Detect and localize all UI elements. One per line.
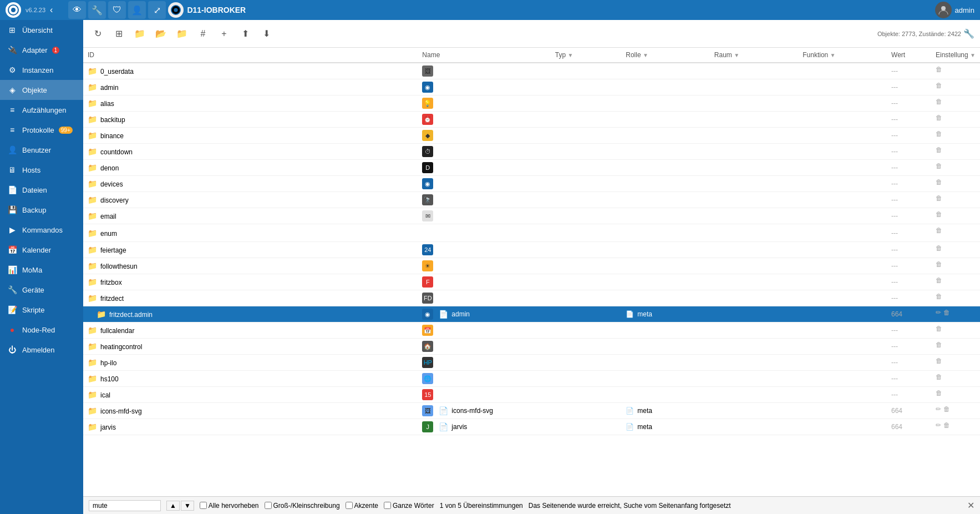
table-row[interactable]: 📁admin◉---🗑 bbox=[83, 79, 980, 95]
col-header-setting[interactable]: Einstellung ▼ bbox=[931, 48, 980, 63]
search-input[interactable] bbox=[89, 500, 161, 511]
delete-icon[interactable]: 🗑 bbox=[936, 244, 942, 252]
table-row[interactable]: 📁discovery🔭---🗑 bbox=[83, 192, 980, 208]
hash-button[interactable]: # bbox=[194, 25, 212, 43]
table-row[interactable]: 📁email✉---🗑 bbox=[83, 208, 980, 224]
table-row[interactable]: 📁backitup⏰---🗑 bbox=[83, 112, 980, 128]
refresh-button[interactable]: ↻ bbox=[89, 25, 106, 43]
columns-button[interactable]: ⊞ bbox=[110, 25, 128, 43]
table-row[interactable]: 📁countdown⏱---🗑 bbox=[83, 144, 980, 160]
delete-icon[interactable]: 🗑 bbox=[936, 293, 942, 300]
top-nav-expand[interactable]: ⤢ bbox=[148, 1, 166, 19]
col-header-typ[interactable]: Typ ▼ bbox=[551, 48, 622, 63]
table-row[interactable]: 📁binance◆---🗑 bbox=[83, 128, 980, 144]
col-header-raum[interactable]: Raum ▼ bbox=[710, 48, 798, 63]
table-row[interactable]: 📁hp-iloHP---🗑 bbox=[83, 355, 980, 371]
sidebar-item-moma[interactable]: 📊 MoMa bbox=[0, 260, 83, 280]
table-row[interactable]: 📁feiertage24---🗑 bbox=[83, 242, 980, 258]
delete-icon[interactable]: 🗑 bbox=[943, 405, 950, 413]
sidebar-item-objekte[interactable]: ◈ Objekte bbox=[0, 80, 83, 100]
search-prev-button[interactable]: ▲ bbox=[166, 501, 180, 511]
sidebar-item-aufzaehlungen[interactable]: ≡ Aufzählungen bbox=[0, 100, 83, 120]
sidebar-item-dateien[interactable]: 📄 Dateien bbox=[0, 180, 83, 200]
table-row[interactable]: 📁ical15---🗑 bbox=[83, 387, 980, 403]
delete-icon[interactable]: 🗑 bbox=[936, 178, 942, 186]
settings-icon[interactable]: 🔧 bbox=[963, 28, 974, 39]
edit-icon[interactable]: ✏ bbox=[936, 309, 941, 316]
highlight-checkbox[interactable] bbox=[200, 502, 207, 509]
table-row[interactable]: 📁devices◉---🗑 bbox=[83, 176, 980, 192]
sidebar-item-abmelden[interactable]: ⏻ Abmelden bbox=[0, 340, 83, 360]
delete-icon[interactable]: 🗑 bbox=[936, 276, 942, 284]
accent-checkbox[interactable] bbox=[346, 502, 353, 509]
sidebar-item-protokolle[interactable]: ≡ Protokolle 99+ bbox=[0, 120, 83, 140]
folder-open-button[interactable]: 📂 bbox=[152, 25, 170, 43]
checkbox-case[interactable]: Groß-/Kleinschreibung bbox=[265, 502, 340, 510]
checkbox-highlight[interactable]: Alle hervorheben bbox=[200, 502, 259, 510]
sidebar-item-kommandos[interactable]: ▶ Kommandos bbox=[0, 220, 83, 240]
sidebar-item-kalender[interactable]: 📅 Kalender bbox=[0, 240, 83, 260]
edit-icon[interactable]: ✏ bbox=[936, 421, 941, 429]
sidebar-item-geraete[interactable]: 🔧 Geräte bbox=[0, 280, 83, 300]
add-button[interactable]: + bbox=[215, 25, 233, 43]
delete-icon[interactable]: 🗑 bbox=[936, 341, 942, 349]
delete-icon[interactable]: 🗑 bbox=[936, 194, 942, 202]
sidebar-item-instanzen[interactable]: ⚙ Instanzen bbox=[0, 60, 83, 80]
table-row[interactable]: 📁enum---🗑 bbox=[83, 224, 980, 242]
table-row[interactable]: 📁followthesun☀---🗑 bbox=[83, 258, 980, 274]
top-nav-shield[interactable]: 🛡 bbox=[108, 1, 126, 19]
delete-icon[interactable]: 🗑 bbox=[936, 130, 942, 138]
delete-icon[interactable]: 🗑 bbox=[943, 421, 950, 429]
table-row[interactable]: 📁alias💡---🗑 bbox=[83, 95, 980, 112]
col-header-rolle[interactable]: Rolle ▼ bbox=[621, 48, 710, 63]
sidebar-item-adapter[interactable]: 🔌 Adapter 1 bbox=[0, 40, 83, 60]
checkbox-accent[interactable]: Akzente bbox=[346, 502, 378, 510]
top-nav-person[interactable]: 👤 bbox=[128, 1, 146, 19]
top-nav-eye[interactable]: 👁 bbox=[68, 1, 86, 19]
col-header-wert[interactable]: Wert bbox=[887, 48, 931, 63]
sidebar-collapse-button[interactable]: ‹ bbox=[50, 5, 53, 15]
delete-icon[interactable]: 🗑 bbox=[936, 260, 942, 268]
download-button[interactable]: ⬇ bbox=[257, 25, 275, 43]
table-row[interactable]: 📁jarvisJ📄jarvis📄meta664✏🗑 bbox=[83, 419, 980, 435]
delete-icon[interactable]: 🗑 bbox=[936, 65, 942, 73]
delete-icon[interactable]: 🗑 bbox=[936, 373, 942, 381]
table-row[interactable]: 📁denonD---🗑 bbox=[83, 160, 980, 176]
table-row[interactable]: 📁0_userdata🖼---🗑 bbox=[83, 63, 980, 79]
sidebar-item-uebersicht[interactable]: ⊞ Übersicht bbox=[0, 20, 83, 40]
folder-filled-button[interactable]: 📁 bbox=[173, 25, 191, 43]
sidebar-item-backup[interactable]: 💾 Backup bbox=[0, 200, 83, 220]
checkbox-whole[interactable]: Ganze Wörter bbox=[384, 502, 434, 510]
table-row[interactable]: 📁hs100🌐---🗑 bbox=[83, 371, 980, 387]
whole-checkbox[interactable] bbox=[384, 502, 391, 509]
table-row[interactable]: 📁fullcalendar📅---🗑 bbox=[83, 322, 980, 339]
delete-icon[interactable]: 🗑 bbox=[936, 325, 942, 332]
delete-icon[interactable]: 🗑 bbox=[936, 146, 942, 154]
table-row[interactable]: 📁heatingcontrol🏠---🗑 bbox=[83, 339, 980, 355]
table-row[interactable]: 📁fritzdectFD---🗑 bbox=[83, 290, 980, 306]
delete-icon[interactable]: 🗑 bbox=[936, 114, 942, 122]
edit-icon[interactable]: ✏ bbox=[936, 405, 941, 413]
col-header-funktion[interactable]: Funktion ▼ bbox=[798, 48, 887, 63]
delete-icon[interactable]: 🗑 bbox=[936, 226, 942, 234]
delete-icon[interactable]: 🗑 bbox=[936, 82, 942, 89]
delete-icon[interactable]: 🗑 bbox=[936, 98, 942, 105]
delete-icon[interactable]: 🗑 bbox=[936, 357, 942, 365]
delete-icon[interactable]: 🗑 bbox=[936, 210, 942, 218]
upload-button[interactable]: ⬆ bbox=[236, 25, 254, 43]
delete-icon[interactable]: 🗑 bbox=[943, 309, 950, 316]
case-checkbox[interactable] bbox=[265, 502, 272, 509]
col-header-id[interactable]: ID bbox=[83, 48, 418, 63]
top-nav-wrench[interactable]: 🔧 bbox=[88, 1, 106, 19]
search-next-button[interactable]: ▼ bbox=[181, 501, 194, 511]
sidebar-item-hosts[interactable]: 🖥 Hosts bbox=[0, 160, 83, 180]
sidebar-item-skripte[interactable]: 📝 Skripte bbox=[0, 300, 83, 320]
sidebar-item-benutzer[interactable]: 👤 Benutzer bbox=[0, 140, 83, 160]
table-row[interactable]: 📁icons-mfd-svg🖼📄icons-mfd-svg📄meta664✏🗑 bbox=[83, 403, 980, 419]
delete-icon[interactable]: 🗑 bbox=[936, 162, 942, 170]
table-row[interactable]: 📁fritzdect.admin◉📄admin📄meta664✏🗑 bbox=[83, 306, 980, 322]
folder-button[interactable]: 📁 bbox=[131, 25, 149, 43]
table-row[interactable]: 📁fritzboxF---🗑 bbox=[83, 274, 980, 290]
col-header-name[interactable]: Name bbox=[418, 48, 550, 63]
search-close-button[interactable]: ✕ bbox=[967, 500, 974, 511]
